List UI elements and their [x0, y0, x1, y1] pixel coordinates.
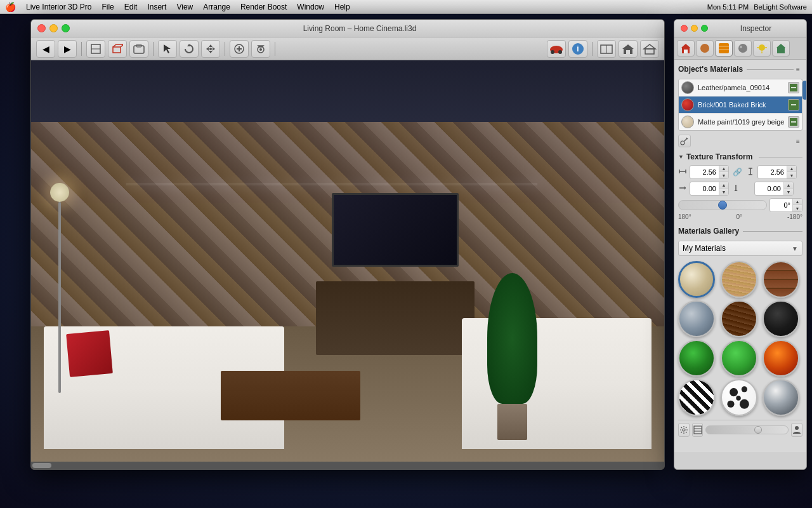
swatch-metal-material[interactable] — [678, 300, 715, 337]
link-dimensions-icon[interactable]: 🔗 — [733, 168, 742, 177]
camera-tool-button[interactable] — [251, 40, 270, 58]
swatch-spots-material[interactable] — [721, 379, 757, 416]
add-object-button[interactable] — [230, 40, 249, 58]
material-edit-leather[interactable] — [788, 82, 799, 93]
material-item-brick[interactable]: Brick/001 Baked Brick — [679, 97, 802, 114]
inspector-close-button[interactable] — [681, 25, 688, 32]
gallery-expand-button[interactable] — [692, 423, 704, 437]
texture-width-input[interactable] — [690, 166, 719, 178]
menu-window[interactable]: Window — [297, 3, 324, 11]
materials-scrollbar[interactable] — [802, 79, 806, 130]
texture-offset-x-increment[interactable]: ▲ — [719, 182, 728, 189]
scene-tv-unit — [316, 281, 475, 355]
tab-object[interactable] — [696, 40, 714, 57]
swatch-green2-material[interactable] — [721, 340, 757, 377]
window-maximize-button[interactable] — [62, 24, 70, 32]
menu-insert[interactable]: Insert — [147, 3, 166, 11]
swatch-chrome-material[interactable] — [763, 379, 799, 416]
texture-offset-x-stepper: ▲ ▼ — [719, 182, 728, 195]
texture-height-input[interactable] — [758, 166, 787, 178]
swatch-wood-light[interactable] — [721, 261, 757, 298]
svg-point-18 — [551, 50, 554, 54]
rotation-label-min: 180° — [678, 213, 691, 220]
window-close-button[interactable] — [37, 24, 46, 32]
inspector-minimize-button[interactable] — [691, 25, 698, 32]
material-item-leather[interactable]: Leather/pamela_09014 — [679, 79, 802, 97]
tab-light[interactable] — [753, 40, 771, 57]
menu-help[interactable]: Help — [334, 3, 350, 11]
apple-menu[interactable]: 🍎 — [5, 2, 16, 12]
inspector-maximize-button[interactable] — [701, 25, 708, 32]
objects-materials-menu-button[interactable]: ≡ — [794, 65, 802, 74]
rotate-tool-button[interactable] — [180, 40, 199, 58]
scrollbar-thumb[interactable] — [32, 463, 51, 468]
svg-point-11 — [209, 48, 212, 50]
swatch-green-material[interactable] — [678, 340, 715, 377]
materials-scroll-thumb[interactable] — [802, 81, 806, 100]
scene-plant-leaves — [487, 273, 538, 404]
svg-marker-42 — [776, 44, 785, 48]
gallery-settings-button[interactable] — [678, 423, 690, 437]
menu-app[interactable]: Live Interior 3D Pro — [26, 3, 91, 11]
texture-transform-header[interactable]: ▼ Texture Transform — [678, 152, 802, 161]
material-edit-brick[interactable] — [788, 99, 799, 110]
texture-height-increment[interactable]: ▲ — [787, 166, 796, 172]
tab-room[interactable] — [677, 40, 695, 57]
house-view-button[interactable] — [619, 40, 638, 58]
material-item-matte[interactable]: Matte paint/1019 grey beige — [679, 114, 802, 130]
inspector-content: Object's Materials ≡ Leather/pamela_0901… — [674, 60, 806, 452]
2d-plan-button[interactable] — [597, 40, 616, 58]
camera-view-button[interactable] — [129, 40, 148, 58]
texture-rotation-input[interactable] — [770, 199, 792, 211]
select-tool-button[interactable] — [158, 40, 177, 58]
swatch-black-material[interactable] — [763, 300, 799, 337]
tab-room-settings[interactable] — [772, 40, 790, 57]
menu-view[interactable]: View — [176, 3, 193, 11]
nav-forward-button[interactable]: ▶ — [58, 40, 77, 58]
objects-materials-title: Object's Materials — [678, 65, 743, 74]
move-tool-button[interactable] — [201, 40, 220, 58]
texture-offset-x-decrement[interactable]: ▼ — [719, 189, 728, 195]
car-view-button[interactable] — [547, 40, 566, 58]
scene-lamp-shade — [50, 183, 69, 202]
menu-edit[interactable]: Edit — [124, 3, 138, 11]
texture-rotation-increment[interactable]: ▲ — [793, 199, 802, 205]
eyedropper-button[interactable] — [678, 135, 691, 147]
3d-viewport[interactable] — [31, 60, 664, 469]
main-window: Living Room – Home Cinema.li3d ◀ ▶ — [30, 19, 665, 470]
texture-rotation-decrement[interactable]: ▼ — [793, 205, 802, 211]
gallery-zoom-slider[interactable] — [705, 425, 789, 434]
texture-offset-y-increment[interactable]: ▲ — [784, 182, 793, 189]
svg-rect-31 — [684, 50, 688, 53]
texture-offset-y-decrement[interactable]: ▼ — [784, 189, 793, 195]
tab-material[interactable] — [715, 40, 733, 57]
room-view-button[interactable] — [640, 40, 659, 58]
swatch-brick-material[interactable] — [763, 261, 799, 298]
window-resize-handle[interactable] — [650, 24, 658, 32]
texture-height-decrement[interactable]: ▼ — [787, 172, 796, 178]
nav-back-button[interactable]: ◀ — [36, 40, 55, 58]
plan-view-button[interactable] — [86, 40, 105, 58]
gallery-dropdown[interactable]: My Materials ▼ — [678, 241, 802, 256]
gallery-user-button[interactable] — [791, 423, 802, 437]
info-button[interactable]: i — [568, 40, 587, 58]
menu-file[interactable]: File — [102, 3, 114, 11]
materials-options-button[interactable]: ≡ — [794, 137, 802, 145]
tab-texture[interactable] — [734, 40, 752, 57]
texture-rotation-slider[interactable] — [678, 200, 767, 210]
texture-offset-x-input[interactable] — [690, 182, 719, 195]
swatch-fire-material[interactable] — [763, 340, 799, 377]
menu-arrange[interactable]: Arrange — [203, 3, 230, 11]
material-edit-matte[interactable] — [788, 116, 799, 128]
swatch-beige-plaster[interactable] — [678, 261, 715, 298]
window-minimize-button[interactable] — [49, 24, 58, 32]
texture-offset-y-input[interactable] — [755, 182, 783, 195]
3d-view-button[interactable] — [108, 40, 127, 58]
viewport-scrollbar[interactable] — [31, 462, 664, 469]
menu-render-boost[interactable]: Render Boost — [240, 3, 287, 11]
texture-width-decrement[interactable]: ▼ — [719, 172, 728, 178]
section-divider-2 — [759, 157, 802, 157]
swatch-zebra-material[interactable] — [678, 379, 715, 416]
swatch-wood-dark[interactable] — [721, 300, 757, 337]
texture-width-increment[interactable]: ▲ — [719, 166, 728, 172]
